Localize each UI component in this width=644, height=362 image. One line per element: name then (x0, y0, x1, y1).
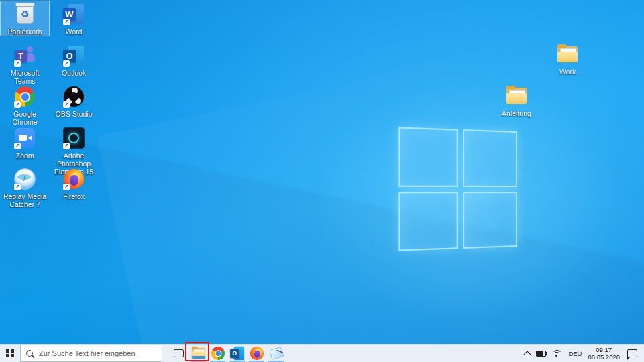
desktop-icon-firefox[interactable]: ↗Firefox (50, 166, 98, 200)
taskbar-app-notes-app[interactable] (266, 345, 286, 362)
google-chrome-icon (210, 345, 225, 361)
taskbar: O DEU 09:17 06.05.2020 (0, 344, 644, 362)
desktop-icon-google-chrome[interactable]: ↗Google Chrome (1, 84, 49, 127)
taskbar-search[interactable] (20, 345, 162, 362)
taskbar-app-firefox[interactable] (247, 345, 266, 362)
anleitung-folder-icon (505, 84, 528, 107)
zoom-icon: ↗ (13, 127, 36, 149)
windows-logo-pane (398, 127, 458, 186)
taskbar-app-outlook[interactable]: O (227, 345, 247, 362)
notes-app-icon (268, 345, 284, 361)
wallpaper-light-ray (97, 31, 644, 362)
shortcut-arrow-icon: ↗ (14, 60, 21, 67)
windows-logo-pane (398, 192, 458, 251)
taskbar-clock[interactable]: 09:17 06.05.2020 (588, 346, 620, 361)
desktop-icon-work-folder[interactable]: Work (543, 42, 592, 76)
start-button[interactable] (0, 345, 20, 362)
taskbar-app-google-chrome[interactable] (208, 345, 227, 362)
file-explorer-icon (191, 345, 206, 361)
desktop-icon-anleitung-folder[interactable]: Anleitung (492, 83, 541, 117)
taskbar-spacer (162, 345, 169, 362)
shortcut-arrow-icon: ↗ (14, 143, 21, 149)
desktop-icon-papierkorb[interactable]: ♻Papierkorb (1, 1, 49, 36)
desktop-icon-obs-studio[interactable]: ↗OBS Studio (50, 84, 98, 118)
papierkorb-icon: ♻ (13, 3, 36, 25)
desktop-wallpaper[interactable]: ♻PapierkorbW↗WordT↗Microsoft TeamsO↗Outl… (0, 0, 644, 345)
microsoft-teams-icon: T↗ (13, 44, 36, 67)
windows-logo-pane (463, 192, 517, 249)
replay-media-catcher-7-icon: ♪↗ (13, 168, 36, 190)
desktop-icon-microsoft-teams[interactable]: T↗Microsoft Teams (1, 43, 49, 86)
firefox-icon (249, 345, 264, 361)
desktop-icon-label: Firefox (63, 192, 85, 200)
windows-logo (398, 127, 517, 251)
windows-logo-pane (463, 129, 517, 187)
outlook-icon: O↗ (62, 44, 85, 67)
word-icon: W↗ (62, 3, 85, 25)
task-view-icon (174, 349, 184, 357)
shortcut-arrow-icon: ↗ (14, 101, 21, 108)
action-center-icon[interactable] (627, 349, 637, 357)
desktop-icon-label: Zoom (16, 152, 34, 160)
outlook-icon: O (229, 345, 245, 361)
desktop-icon-label: Replay Media Catcher 7 (1, 192, 49, 209)
shortcut-arrow-icon: ↗ (63, 184, 70, 190)
taskbar-pinned-apps: O (189, 345, 286, 362)
task-view-button[interactable] (169, 345, 189, 362)
clock-date: 06.05.2020 (588, 353, 620, 361)
system-tray: DEU 09:17 06.05.2020 (525, 345, 644, 362)
windows-start-icon (6, 349, 15, 358)
shortcut-arrow-icon: ↗ (63, 101, 70, 108)
shortcut-arrow-icon: ↗ (63, 60, 70, 67)
desktop-icon-label: Outlook (62, 69, 86, 77)
desktop-icon-label: Google Chrome (1, 110, 49, 127)
keyboard-language-indicator[interactable]: DEU (568, 350, 582, 357)
desktop-icon-label: OBS Studio (56, 110, 93, 118)
desktop-icon-replay-media-catcher-7[interactable]: ♪↗Replay Media Catcher 7 (1, 166, 49, 209)
desktop-icon-label: Work (559, 68, 576, 76)
desktop-icon-label: Word (66, 27, 83, 36)
desktop-icon-label: Microsoft Teams (1, 69, 49, 86)
hidden-icons-chevron-icon[interactable] (524, 351, 531, 358)
taskbar-app-file-explorer[interactable] (189, 345, 208, 362)
desktop-icon-zoom[interactable]: ↗Zoom (1, 125, 49, 160)
adobe-photoshop-elements-15-icon: ↗ (62, 127, 85, 149)
search-icon (26, 350, 33, 357)
desktop-icon-label: Anleitung (502, 109, 531, 117)
shortcut-arrow-icon: ↗ (63, 143, 70, 149)
desktop-icon-outlook[interactable]: O↗Outlook (50, 43, 98, 77)
obs-studio-icon: ↗ (62, 85, 85, 108)
wifi-icon[interactable] (552, 350, 562, 357)
battery-icon[interactable] (536, 351, 546, 357)
google-chrome-icon: ↗ (13, 85, 36, 108)
desktop-icon-grid: ♻PapierkorbW↗WordT↗Microsoft TeamsO↗Outl… (1, 1, 99, 208)
firefox-icon: ↗ (62, 168, 85, 190)
shortcut-arrow-icon: ↗ (14, 184, 21, 190)
clock-time: 09:17 (596, 346, 612, 353)
work-folder-icon (556, 43, 579, 66)
desktop-icon-word[interactable]: W↗Word (50, 1, 98, 36)
desktop-icon-label: Papierkorb (8, 27, 42, 36)
search-input[interactable] (38, 349, 154, 358)
shortcut-arrow-icon: ↗ (63, 19, 70, 25)
